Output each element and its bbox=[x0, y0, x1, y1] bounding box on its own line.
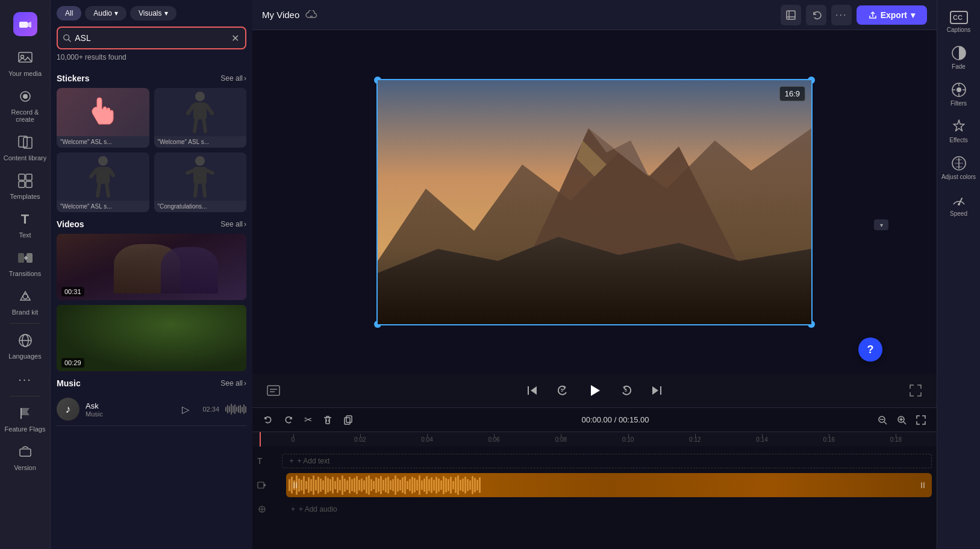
music-title: Music bbox=[57, 378, 81, 388]
expand-timeline-button[interactable] bbox=[913, 413, 929, 427]
version-label: Version bbox=[14, 464, 36, 471]
timeline-tracks: T + + Add text ⏸ bbox=[252, 447, 937, 549]
fullscreen-button[interactable] bbox=[907, 381, 925, 400]
video-thumbnail-2[interactable]: 00:29 bbox=[57, 305, 246, 371]
sidebar-right-item-adjust-colors[interactable]: Adjust colors bbox=[938, 149, 979, 186]
svg-rect-12 bbox=[18, 253, 24, 263]
forward-button[interactable]: 5 bbox=[617, 381, 635, 400]
filter-tab-audio[interactable]: Audio ▾ bbox=[85, 6, 126, 20]
sidebar-item-languages[interactable]: Languages bbox=[1, 326, 49, 365]
more-options-button[interactable]: ··· bbox=[831, 5, 852, 25]
music-note-icon: ♪ bbox=[57, 398, 80, 421]
timeline-ruler: 0 0:02 0:04 0:06 0:08 0:10 0:12 0:14 0:1… bbox=[252, 432, 937, 447]
sidebar-item-brand-kit[interactable]: Brand kit bbox=[1, 282, 49, 321]
sidebar-item-content-library[interactable]: Content library bbox=[1, 128, 49, 166]
svg-rect-8 bbox=[19, 174, 25, 180]
speed-label: Speed bbox=[950, 210, 967, 217]
svg-rect-9 bbox=[26, 174, 32, 180]
sticker-item-1[interactable]: "Welcome" ASL s... bbox=[57, 88, 149, 148]
crop-button[interactable] bbox=[781, 5, 801, 25]
svg-marker-56 bbox=[652, 386, 658, 395]
timeline-playhead[interactable] bbox=[260, 432, 261, 447]
svg-marker-69 bbox=[264, 483, 266, 487]
timeline-redo-button[interactable] bbox=[280, 413, 297, 427]
sidebar-item-version[interactable]: Version bbox=[1, 438, 49, 476]
videos-see-all-button[interactable]: See all › bbox=[220, 220, 246, 228]
zoom-out-button[interactable] bbox=[874, 413, 891, 427]
svg-line-37 bbox=[187, 171, 193, 173]
person-icon-3 bbox=[185, 155, 215, 198]
timeline-collapse-button[interactable]: ▾ bbox=[874, 219, 888, 230]
skip-back-button[interactable] bbox=[523, 381, 541, 400]
help-button[interactable]: ? bbox=[858, 337, 882, 362]
timeline-copy-button[interactable] bbox=[340, 413, 357, 427]
stickers-see-all-button[interactable]: See all › bbox=[220, 74, 246, 83]
music-item-1[interactable]: ♪ Ask Music ▷ 02:34 bbox=[57, 393, 246, 426]
chevron-right-icon: › bbox=[244, 74, 246, 83]
sticker-item-3[interactable]: "Welcome" ASL s... bbox=[57, 152, 149, 212]
languages-icon bbox=[16, 331, 35, 350]
sidebar-right-item-effects[interactable]: Effects bbox=[938, 113, 979, 149]
more-icon: ··· bbox=[16, 369, 35, 389]
video-track-bar[interactable]: ⏸ ⏸ bbox=[286, 473, 932, 497]
video-duration-2: 00:29 bbox=[61, 358, 84, 368]
sidebar-right-item-filters[interactable]: Filters bbox=[938, 76, 979, 113]
results-count: 10,000+ results found bbox=[57, 49, 246, 63]
timeline-undo-button[interactable] bbox=[260, 413, 276, 427]
video-track-row: ⏸ ⏸ bbox=[252, 473, 937, 497]
sidebar-item-text[interactable]: T Text bbox=[1, 205, 49, 243]
svg-rect-42 bbox=[787, 11, 795, 19]
filter-tab-visuals[interactable]: Visuals ▾ bbox=[130, 6, 176, 20]
zoom-controls bbox=[874, 413, 929, 427]
play-button[interactable] bbox=[584, 380, 605, 401]
timeline-cut-button[interactable]: ✂ bbox=[301, 412, 316, 428]
text-label: Text bbox=[19, 231, 31, 239]
zoom-in-button[interactable] bbox=[893, 413, 910, 427]
music-play-button-1[interactable]: ▷ bbox=[177, 401, 194, 418]
ruler-mark-7: 0:14 bbox=[728, 436, 795, 443]
content-library-icon bbox=[16, 133, 35, 152]
sidebar-right-item-captions[interactable]: CC Captions bbox=[938, 5, 979, 39]
speed-icon bbox=[951, 192, 967, 208]
export-button[interactable]: Export ▾ bbox=[857, 5, 927, 25]
undo-edit-button[interactable] bbox=[806, 5, 826, 25]
templates-icon bbox=[16, 171, 35, 190]
export-dropdown-icon: ▾ bbox=[911, 10, 915, 20]
left-controls bbox=[264, 383, 282, 398]
languages-label: Languages bbox=[8, 353, 41, 360]
filters-label: Filters bbox=[950, 100, 967, 107]
rewind-button[interactable]: 5 bbox=[554, 381, 572, 400]
sidebar-item-more[interactable]: ··· bbox=[1, 365, 49, 394]
preview-area: 16:9 ? ▾ bbox=[252, 30, 937, 374]
timeline-area: ✂ 00:00.00 / 00:15.00 bbox=[252, 407, 937, 549]
add-text-button[interactable]: + + Add text bbox=[282, 454, 932, 468]
music-duration-1: 02:34 bbox=[202, 406, 219, 413]
search-clear-button[interactable]: ✕ bbox=[230, 31, 240, 45]
sticker-item-4[interactable]: "Congratulations... bbox=[154, 152, 247, 212]
subtitle-toggle-button[interactable] bbox=[264, 383, 282, 398]
sidebar-right-item-fade[interactable]: Fade bbox=[938, 39, 979, 76]
ruler-mark-5: 0:10 bbox=[595, 436, 661, 443]
sticker-caption-2: "Welcome" ASL s... bbox=[154, 136, 247, 148]
skip-forward-button[interactable] bbox=[648, 381, 666, 400]
videos-title: Videos bbox=[57, 219, 84, 229]
app-logo[interactable] bbox=[1, 5, 49, 43]
adjust-colors-label: Adjust colors bbox=[941, 174, 976, 180]
sidebar-item-transitions[interactable]: Transitions bbox=[1, 243, 49, 282]
sidebar-item-templates[interactable]: Templates bbox=[1, 166, 49, 205]
add-audio-button[interactable]: + + Add audio bbox=[272, 503, 357, 516]
search-results: Stickers See all › "Welcome" ASL s... bbox=[51, 66, 252, 549]
timeline-delete-button[interactable] bbox=[319, 413, 336, 427]
sidebar-right-item-speed[interactable]: Speed bbox=[938, 186, 979, 223]
sticker-item-2[interactable]: "Welcome" ASL s... bbox=[154, 88, 247, 148]
video-thumbnail-1[interactable]: 00:31 bbox=[57, 234, 246, 300]
sidebar-item-your-media[interactable]: Your media bbox=[1, 43, 49, 82]
filter-tab-all[interactable]: All bbox=[57, 6, 81, 20]
video-title: My Video bbox=[262, 10, 299, 20]
search-input[interactable] bbox=[71, 33, 230, 43]
aspect-ratio-badge[interactable]: 16:9 bbox=[779, 86, 805, 101]
cloud-sync-icon bbox=[305, 10, 317, 20]
sidebar-item-feature-flags[interactable]: Feature Flags bbox=[1, 399, 49, 438]
sidebar-item-record-create[interactable]: Record &create bbox=[1, 82, 49, 128]
music-see-all-button[interactable]: See all › bbox=[220, 379, 246, 387]
